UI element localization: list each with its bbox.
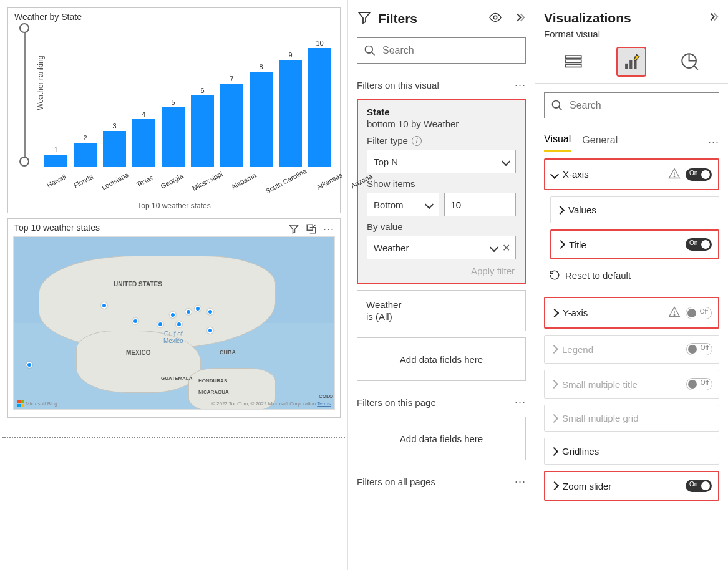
svg-rect-6 [626, 64, 628, 69]
bar[interactable]: 5 [162, 99, 185, 167]
eye-icon[interactable] [488, 11, 502, 27]
toggle-y-axis[interactable] [686, 307, 712, 319]
show-items-direction-select[interactable]: Bottom [367, 193, 439, 216]
filter-card-weather[interactable]: Weather is (All) [357, 290, 526, 331]
chevron-right-icon [550, 380, 558, 389]
bars-container: 12345678910 [42, 23, 334, 167]
svg-point-2 [366, 46, 373, 54]
viz-search-input[interactable] [544, 92, 719, 118]
analytics-icon[interactable] [675, 47, 705, 77]
reset-icon [549, 269, 560, 281]
toggle-x-axis[interactable] [686, 168, 712, 181]
map-label-guatemala: GUATEMALA [161, 375, 193, 381]
svg-rect-4 [565, 60, 581, 62]
bar-value: 2 [83, 134, 87, 142]
apply-filter-button[interactable]: Apply filter [367, 259, 516, 279]
svg-rect-3 [565, 56, 581, 58]
more-icon[interactable]: ··· [515, 396, 526, 409]
toggle-zoom[interactable] [686, 480, 712, 492]
x-tick-label: Louisiana [100, 171, 129, 191]
collapse-pane-icon[interactable] [512, 11, 526, 27]
bar[interactable]: 8 [250, 63, 273, 167]
filter-icon[interactable] [288, 223, 300, 235]
tab-general[interactable]: General [582, 135, 618, 151]
drop-zone-visual[interactable]: Add data fields here [357, 337, 526, 381]
bar[interactable]: 7 [220, 75, 243, 167]
svg-point-10 [553, 101, 560, 109]
x-axis-label: Top 10 weather states [8, 201, 340, 210]
show-items-count-input[interactable]: 10 [444, 193, 517, 216]
chevron-right-icon [550, 481, 559, 490]
x-labels: HawaiiFloridaLouisianaTexasGeorgiaMissis… [42, 169, 334, 176]
prop-gridlines[interactable]: Gridlines [544, 438, 719, 465]
prop-legend: Legend [544, 335, 719, 364]
prop-values[interactable]: Values [550, 196, 719, 223]
y-axis-label: Weather ranking [36, 56, 45, 110]
chevron-right-icon [556, 240, 565, 249]
filter-card-subtitle: bottom 10 by Weather [367, 118, 516, 129]
bar[interactable]: 6 [191, 87, 214, 167]
filters-section-all: Filters on all pages ··· [348, 469, 535, 493]
bar[interactable]: 10 [308, 39, 331, 167]
prop-title[interactable]: Title [550, 229, 719, 259]
svg-point-11 [674, 176, 675, 177]
filter-type-select[interactable]: Top N [367, 150, 516, 173]
bar[interactable]: 2 [74, 134, 97, 167]
format-tabs: Visual General ··· [535, 127, 728, 152]
map-label-honduras: HONDURAS [198, 378, 227, 384]
more-options-icon[interactable]: ··· [323, 223, 335, 235]
filters-section-page: Filters on this page ··· [348, 390, 535, 414]
collapse-pane-icon[interactable] [706, 10, 719, 26]
map-terms-link[interactable]: Terms [317, 401, 331, 407]
bar-value: 7 [230, 75, 233, 82]
report-canvas: Weather by State Weather ranking 1234567… [0, 0, 348, 570]
prop-y-axis[interactable]: Y-axis [544, 297, 719, 329]
format-visual-icon[interactable] [616, 47, 646, 77]
prop-zoom-slider[interactable]: Zoom slider [544, 471, 719, 501]
more-icon[interactable]: ··· [515, 475, 526, 488]
bar[interactable]: 1 [44, 146, 67, 167]
map-label-gulf: Gulf of Mexico [163, 331, 183, 344]
more-icon[interactable]: ··· [708, 136, 719, 149]
filters-section-visual: Filters on this visual ··· [348, 72, 535, 97]
drop-zone-page[interactable]: Add data fields here [357, 417, 526, 460]
bar-value: 4 [142, 110, 145, 118]
filters-pane-title: Filters [378, 11, 482, 26]
chart-visual[interactable]: Weather by State Weather ranking 1234567… [7, 7, 341, 213]
prop-x-axis[interactable]: X-axis [544, 158, 719, 190]
bar[interactable]: 4 [132, 110, 155, 167]
warning-icon [668, 167, 681, 181]
map-visual[interactable]: Top 10 weather states ··· UNITED STATES … [7, 218, 341, 418]
bar-value: 1 [54, 146, 57, 153]
build-visual-icon[interactable] [558, 47, 588, 77]
chevron-down-icon [550, 170, 559, 178]
chevron-right-icon [550, 447, 558, 455]
zoom-slider-rail[interactable] [24, 27, 26, 162]
zoom-slider-handle-bottom[interactable] [19, 157, 29, 167]
filters-search-input[interactable] [357, 37, 526, 64]
filter-type-label: Filter type i [367, 135, 516, 146]
prop-small-multiple-title: Small multiple title [544, 370, 719, 399]
map-label-colo: COLO [319, 394, 333, 399]
tab-visual[interactable]: Visual [544, 133, 571, 152]
map-label-cuba: CUBA [220, 349, 236, 355]
clear-icon[interactable]: ✕ [502, 242, 510, 254]
by-value-select[interactable]: Weather ✕ [367, 236, 516, 259]
more-icon[interactable]: ··· [515, 79, 526, 92]
x-tick-label: Arkansas [315, 171, 344, 191]
filter-card-title: State [367, 107, 516, 117]
filter-card-state[interactable]: State bottom 10 by Weather Filter type i… [357, 99, 526, 284]
prop-small-multiple-grid: Small multiple grid [544, 405, 719, 432]
focus-mode-icon[interactable] [305, 223, 318, 235]
map-image[interactable]: UNITED STATES MEXICO GUATEMALA HONDURAS … [13, 236, 335, 410]
filters-pane: Filters Filters on this visual ··· State… [348, 0, 535, 570]
zoom-slider-handle-top[interactable] [19, 23, 29, 33]
info-icon[interactable]: i [412, 136, 422, 146]
toggle-title[interactable] [686, 238, 712, 251]
svg-point-12 [674, 314, 675, 316]
reset-to-default[interactable]: Reset to default [535, 259, 728, 291]
bar[interactable]: 9 [279, 51, 302, 167]
visualizations-pane: Visualizations Format visual Visual Gene… [535, 0, 728, 570]
bar[interactable]: 3 [103, 122, 126, 167]
search-icon [364, 44, 376, 57]
